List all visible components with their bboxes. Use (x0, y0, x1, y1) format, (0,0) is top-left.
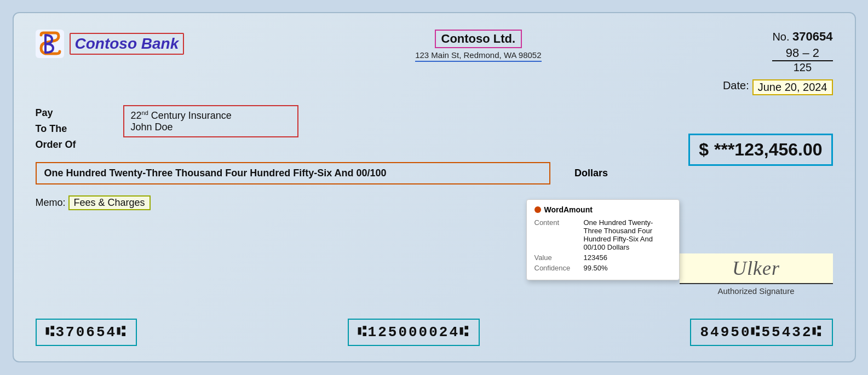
date-label: Date: (723, 79, 749, 95)
tooltip-confidence-value: 99.50% (584, 264, 608, 272)
written-amount: One Hundred Twenty-Three Thousand Four H… (36, 162, 550, 184)
tooltip-value-row: Value 123456 (534, 253, 671, 262)
tooltip-content-label: Content (534, 218, 584, 251)
tooltip-value-value: 123456 (584, 253, 607, 262)
payee-box: 22nd Century Insurance John Doe (123, 105, 298, 137)
amount-box: $ ***123,456.00 (688, 134, 832, 166)
signature-block: Ulker Authorized Signature (680, 253, 833, 296)
dollars-label: Dollars (574, 168, 608, 178)
check-number: No. 370654 (772, 30, 832, 44)
company-name: Contoso Ltd. (435, 30, 522, 48)
word-amount-tooltip: WordAmount Content One Hundred Twenty-Th… (526, 199, 680, 280)
check-number-block: No. 370654 98 – 2 125 (772, 30, 832, 74)
tooltip-indicator (534, 206, 541, 213)
pay-label: PayTo TheOrder Of (36, 105, 123, 152)
top-row: Contoso Bank Contoso Ltd. 123 Main St, R… (36, 30, 833, 74)
bank-name: Contoso Bank (70, 33, 185, 55)
tooltip-content-value: One Hundred Twenty-Three Thousand Four H… (584, 218, 671, 251)
micr-left: ⑆370654⑆ (36, 319, 137, 346)
tooltip-title: WordAmount (534, 205, 671, 214)
routing-fraction: 98 – 2 125 (772, 46, 832, 74)
payee-line-2: John Doe (131, 122, 291, 133)
signature-label: Authorized Signature (680, 286, 833, 296)
signature-image: Ulker (680, 253, 833, 284)
check-document: Contoso Bank Contoso Ltd. 123 Main St, R… (13, 12, 856, 362)
company-block: Contoso Ltd. 123 Main St, Redmond, WA 98… (415, 30, 541, 62)
tooltip-content-row: Content One Hundred Twenty-Three Thousan… (534, 218, 671, 251)
company-address: 123 Main St, Redmond, WA 98052 (415, 50, 541, 62)
date-row: Date: June 20, 2024 (36, 79, 833, 95)
memo-row: Memo: Fees & Charges (36, 195, 833, 210)
tooltip-value-label: Value (534, 253, 584, 262)
micr-center: ⑆125000024⑆ (348, 319, 480, 346)
payee-line-1: 22nd Century Insurance (131, 109, 291, 122)
micr-row: ⑆370654⑆ ⑆125000024⑆ 84950⑆55432⑆ (36, 319, 833, 346)
memo-value: Fees & Charges (68, 195, 151, 210)
amount-value: ***123,456.00 (714, 140, 823, 160)
tooltip-confidence-label: Confidence (534, 264, 584, 272)
amount-dollar-sign: $ (699, 140, 709, 160)
bank-logo-block: Contoso Bank (36, 30, 185, 58)
tooltip-confidence-row: Confidence 99.50% (534, 264, 671, 272)
micr-right: 84950⑆55432⑆ (690, 319, 832, 346)
memo-label: Memo: (36, 197, 66, 208)
date-value: June 20, 2024 (752, 79, 833, 95)
bank-logo-icon (36, 30, 64, 58)
